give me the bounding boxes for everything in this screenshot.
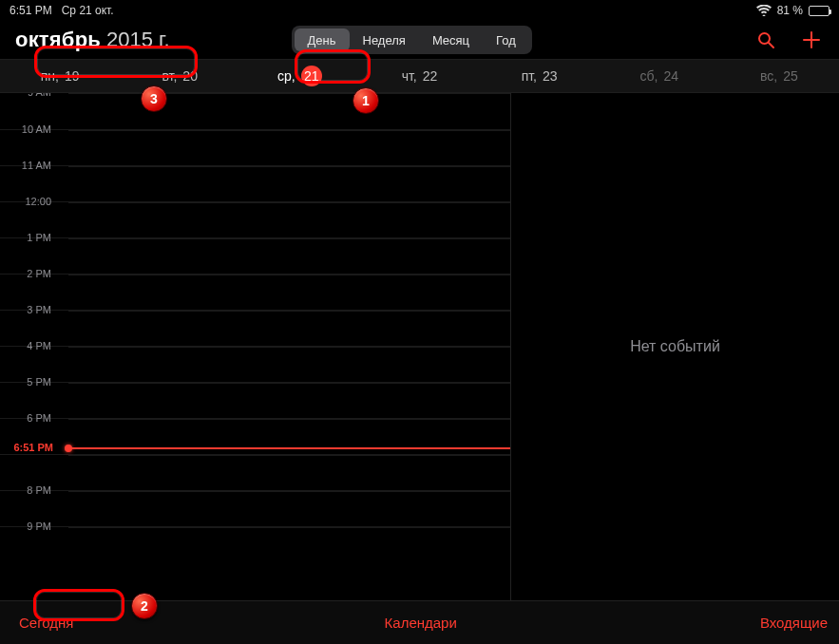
status-time: 6:51 PM [10, 4, 52, 17]
status-bar: 6:51 PM Ср 21 окт. 81 % [0, 0, 839, 21]
now-time-label: 6:51 PM [0, 442, 61, 453]
day-col-sat[interactable]: сб, 24 [600, 68, 719, 84]
day-number: 23 [543, 68, 558, 84]
hour-label: 3 PM [0, 304, 61, 315]
hour-label: 12:00 [0, 196, 61, 207]
hour-label: 2 PM [0, 268, 61, 279]
bottom-toolbar: Сегодня Календари Входящие [0, 600, 839, 644]
day-label: сб, [640, 68, 658, 84]
hour-label: 4 PM [0, 340, 61, 351]
title-month: октябрь [15, 28, 101, 52]
day-label: вс, [760, 68, 777, 84]
day-number: 24 [663, 68, 678, 84]
day-label: вт, [162, 68, 177, 84]
toolbar-today[interactable]: Сегодня [11, 611, 82, 635]
day-col-wed[interactable]: ср, 21 [239, 66, 359, 86]
toolbar-calendars[interactable]: Календари [385, 615, 457, 631]
day-number: 21 [301, 66, 322, 86]
title-year: 2015 г. [106, 28, 170, 52]
day-number: 20 [182, 68, 198, 84]
segment-week[interactable]: Неделя [350, 28, 419, 51]
day-label: ср, [277, 68, 296, 84]
view-segmented: День Неделя Месяц Год [292, 26, 532, 54]
day-col-fri[interactable]: пт, 23 [480, 68, 600, 84]
day-label: чт, [402, 68, 417, 84]
hour-label: 6 PM [0, 412, 61, 424]
day-number: 25 [783, 68, 798, 84]
hour-label: 10 AM [0, 123, 61, 135]
day-timeline[interactable]: 9 AM 10 AM 11 AM 12:00 1 PM 2 PM 3 PM 4 … [0, 93, 511, 600]
day-col-mon[interactable]: пн, 19 [0, 68, 120, 84]
wifi-icon [756, 5, 772, 16]
hour-label: 5 PM [0, 376, 61, 388]
hour-rows: 9 AM 10 AM 11 AM 12:00 1 PM 2 PM 3 PM 4 … [0, 93, 510, 562]
day-label: пн, [41, 68, 59, 84]
segment-day[interactable]: День [295, 28, 350, 51]
content: 9 AM 10 AM 11 AM 12:00 1 PM 2 PM 3 PM 4 … [0, 93, 839, 600]
add-event-icon[interactable] [801, 29, 822, 50]
day-col-thu[interactable]: чт, 22 [359, 68, 479, 84]
battery-icon [809, 6, 829, 16]
hour-label: 8 PM [0, 484, 61, 496]
segment-month[interactable]: Месяц [419, 28, 483, 51]
svg-line-1 [769, 43, 773, 47]
hour-label: 11 AM [0, 160, 61, 171]
day-col-tue[interactable]: вт, 20 [120, 68, 239, 84]
day-number: 22 [423, 68, 438, 84]
day-col-sun[interactable]: вс, 25 [719, 68, 839, 84]
search-icon[interactable] [755, 29, 776, 50]
day-number: 19 [65, 68, 80, 84]
hour-label: 1 PM [0, 232, 61, 243]
day-label: пт, [522, 68, 537, 84]
no-events-text: Нет событий [630, 338, 720, 355]
event-detail-pane: Нет событий [511, 93, 839, 600]
week-strip: пн, 19 вт, 20 ср, 21 чт, 22 пт, 23 сб, 2… [0, 59, 839, 93]
status-date: Ср 21 окт. [62, 4, 114, 17]
hour-label: 9 AM [0, 93, 61, 98]
now-bar [68, 447, 510, 449]
hour-label: 9 PM [0, 521, 61, 532]
month-title[interactable]: октябрь 2015 г. [10, 26, 176, 54]
battery-text: 81 % [777, 4, 803, 17]
toolbar-inbox[interactable]: Входящие [760, 615, 828, 631]
segment-year[interactable]: Год [483, 28, 529, 51]
header: октябрь 2015 г. День Неделя Месяц Год [0, 21, 839, 59]
